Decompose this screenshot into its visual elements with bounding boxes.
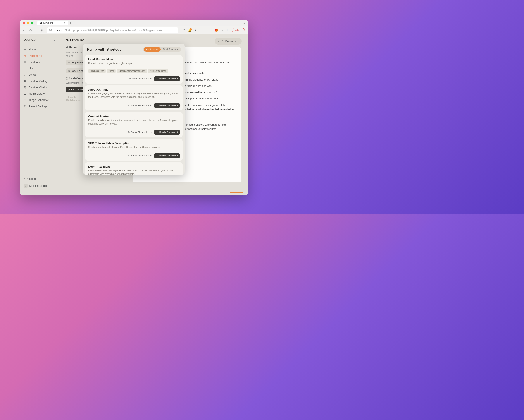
minimize-window-button[interactable]	[27, 22, 29, 24]
tab-stock-shortcuts[interactable]: Stock Shortcuts	[161, 47, 180, 52]
close-tab-icon[interactable]: ×	[64, 21, 66, 25]
browser-window: n Nim GPT × + ⌄ ‹ › ⟳ ◎ ⓘ localhost:3000…	[20, 20, 248, 195]
update-button[interactable]: Update ≡	[232, 28, 245, 32]
sidebar-item-project-settings[interactable]: ⚙Project Settings	[20, 103, 59, 110]
shortcut-card: About Us PageCreate an engaging and auth…	[85, 85, 183, 110]
gear-icon: ⚙	[24, 105, 27, 108]
sidebar-item-home[interactable]: ⌂Home	[20, 46, 59, 52]
back-arrow-icon: ←	[218, 40, 220, 43]
all-documents-button[interactable]: ← All Documents	[215, 38, 242, 44]
bookmark-icon[interactable]: ◎	[41, 29, 43, 32]
close-window-button[interactable]	[23, 22, 25, 24]
reload-button[interactable]: ⟳	[29, 29, 32, 32]
titlebar: n Nim GPT × + ⌄	[20, 20, 248, 26]
sidebar-item-image-generator[interactable]: ✧Image Generator	[20, 97, 59, 103]
card-actions: ⇅Show Placeholders⇄Remix Document	[85, 151, 183, 161]
remix-document-button[interactable]: ⇄Remix Document	[154, 153, 180, 158]
chip: Business Type	[88, 69, 106, 73]
remix-document-button[interactable]: ⇄Remix Document	[154, 103, 180, 108]
copy-icon: ⧉	[68, 61, 70, 64]
card-desc: Create an engaging and authentic 'About …	[88, 92, 179, 99]
remix-document-button[interactable]: ⇄Remix Document	[154, 130, 180, 135]
card-title: SEO Title and Meta Description	[88, 142, 179, 145]
toggle-placeholders-button[interactable]: ⇅Show Placeholders	[128, 104, 151, 107]
toggle-icon: ⇅	[128, 104, 130, 107]
traffic-lights	[23, 22, 33, 24]
chevron-down-icon: ⌄	[53, 38, 55, 41]
shuffle-icon: ⇄	[156, 154, 158, 157]
card-actions: ⇅Show Placeholders⇄Remix Document	[85, 101, 183, 110]
document-title[interactable]: ✎ From Do	[66, 38, 124, 42]
image-gen-icon: ✧	[24, 98, 27, 102]
card-desc: Provide details about the content you wa…	[88, 119, 179, 126]
workspace-name: Door Co.	[24, 38, 36, 42]
workspace-selector[interactable]: Door Co. ⌄	[20, 38, 59, 44]
toggle-placeholders-button[interactable]: ⇅Hide Placeholders	[129, 77, 151, 80]
modal-body[interactable]: Lead Magnet IdeasBrainstorm lead magnets…	[83, 55, 185, 175]
card-content: Door Prize IdeasUse the User Manuals to …	[85, 162, 183, 175]
toggle-placeholders-button[interactable]: ⇅Show Placeholders	[128, 131, 151, 134]
sidebar-item-shortcut-gallery[interactable]: ▦Shortcut Gallery	[20, 78, 59, 84]
notifications-icon[interactable]: 🔔3	[188, 29, 192, 32]
sidebar: Door Co. ⌄ ⌂Home ✎Documents ⌘Shortcuts ▭…	[20, 34, 59, 195]
sidebar-item-shortcuts[interactable]: ⌘Shortcuts	[20, 59, 59, 65]
toggle-icon: ⇅	[128, 154, 130, 157]
studio-selector[interactable]: S Dirigible Studio ⌃	[24, 182, 55, 190]
url-path: /projects/cm69ibf8g0001f106jex6sqgh/docu…	[72, 29, 163, 32]
chains-icon: ⛓	[24, 86, 27, 89]
new-tab-button[interactable]: +	[70, 21, 71, 25]
shortcut-card: SEO Title and Meta DescriptionCreate an …	[85, 139, 183, 161]
sidebar-item-libraries[interactable]: ▭Libraries	[20, 65, 59, 72]
sidebar-item-voices[interactable]: ♪Voices	[20, 72, 59, 78]
sidebar-item-shortcut-chains[interactable]: ⛓Shortcut Chains	[20, 84, 59, 91]
copy-html-button[interactable]: ⧉Copy HTML	[66, 60, 86, 65]
toggle-icon: ⇅	[128, 131, 130, 134]
browser-tab[interactable]: n Nim GPT ×	[37, 20, 68, 25]
help-icon: ?	[24, 177, 25, 180]
studio-avatar: S	[24, 184, 27, 188]
sidebar-item-documents[interactable]: ✎Documents	[20, 52, 59, 59]
documents-icon: ✎	[24, 54, 27, 57]
pen-icon: ✐	[66, 46, 68, 49]
shuffle-icon: ⇄	[156, 104, 158, 107]
card-chips: Business TypeNicheIdeal Customer Descrip…	[85, 69, 183, 74]
card-desc: Brainstorm lead magnets for a given topi…	[88, 62, 179, 65]
app-body: Door Co. ⌄ ⌂Home ✎Documents ⌘Shortcuts ▭…	[20, 34, 248, 195]
brave-icon[interactable]: ▲	[194, 29, 197, 32]
modal-title: Remix with Shortcut	[87, 48, 121, 51]
tab-my-shortcuts[interactable]: My Shortcuts	[144, 47, 161, 52]
url-port: :3000	[65, 29, 71, 32]
downloads-icon[interactable]: ⬇	[226, 29, 229, 32]
voices-icon: ♪	[24, 73, 27, 76]
toolbar-icons: ⇪ 🔔3 ▲ 🎁 ✦ ⬇ Update ≡	[182, 28, 245, 32]
shuffle-icon: ⇄	[156, 77, 158, 80]
shuffle-icon: ⇄	[156, 131, 158, 134]
sidebar-item-media-library[interactable]: 🖼Media Library	[20, 91, 59, 97]
gift-icon[interactable]: 🎁	[215, 29, 218, 32]
notification-badge: 3	[190, 28, 192, 30]
back-button[interactable]: ‹	[23, 29, 24, 32]
remix-document-button[interactable]: ⇄Remix Document	[154, 76, 180, 81]
extensions-icon[interactable]: ✦	[220, 29, 224, 32]
slash-icon: ⌶	[66, 77, 68, 80]
sidebar-footer: ?Support S Dirigible Studio ⌃	[20, 174, 59, 191]
card-title: Content Starter	[88, 115, 179, 118]
support-link[interactable]: ?Support	[24, 176, 55, 182]
share-icon[interactable]: ⇪	[182, 29, 186, 32]
card-title: Door Prize Ideas	[88, 165, 179, 168]
forward-button[interactable]: ›	[26, 29, 27, 32]
toggle-placeholders-button[interactable]: ⇅Show Placeholders	[128, 154, 151, 157]
shuffle-icon: ⇄	[68, 88, 70, 91]
copy-icon: ⧉	[68, 69, 70, 72]
modal-tabs: My Shortcuts Stock Shortcuts	[143, 47, 181, 52]
tab-favicon: n	[40, 22, 42, 24]
url-input[interactable]: ⓘ localhost:3000/projects/cm69ibf8g0001f…	[47, 27, 179, 33]
card-actions: ⇅Show Placeholders⇄Remix Document	[85, 128, 183, 137]
card-content: Content StarterProvide details about the…	[85, 112, 183, 128]
card-content: SEO Title and Meta DescriptionCreate an …	[85, 139, 183, 151]
maximize-window-button[interactable]	[31, 22, 33, 24]
gallery-icon: ▦	[24, 79, 27, 83]
studio-name: Dirigible Studio	[29, 184, 47, 188]
site-info-icon[interactable]: ⓘ	[49, 28, 52, 32]
tabs-chevron-icon[interactable]: ⌄	[243, 21, 245, 25]
